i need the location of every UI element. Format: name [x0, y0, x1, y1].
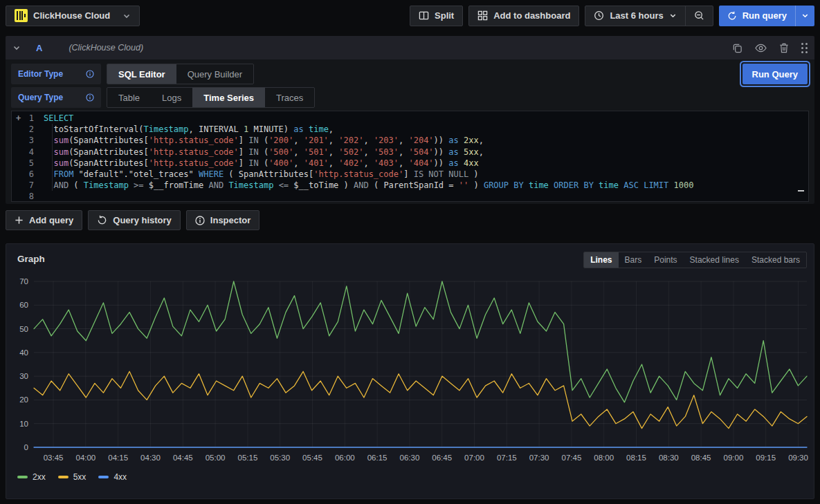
option-sql-editor[interactable]: SQL Editor — [107, 64, 176, 84]
x-tick-label: 08:15 — [626, 454, 646, 462]
chevron-down-icon — [801, 12, 809, 19]
editor-type-label: Editor Type — [18, 69, 63, 79]
code-line-3: 3 sum(SpanAttributes['http.status_code']… — [12, 135, 808, 146]
option-time-series[interactable]: Time Series — [192, 88, 265, 107]
zoom-out-time-button[interactable] — [685, 6, 713, 26]
x-tick-label: 03:45 — [44, 454, 64, 462]
x-tick-label: 07:30 — [529, 454, 549, 462]
time-range-picker[interactable]: Last 6 hours — [585, 6, 684, 26]
info-circle-icon[interactable] — [86, 93, 94, 102]
x-tick-label: 09:15 — [756, 454, 776, 462]
plus-icon — [15, 216, 24, 225]
query-type-label-box: Query Type — [11, 87, 101, 108]
delete-query-icon[interactable] — [779, 43, 789, 53]
legend-label: 2xx — [33, 472, 46, 482]
code-line-5: 5 sum(SpanAttributes['http.status_code']… — [12, 158, 808, 169]
code-line-8: 8 — [12, 191, 808, 202]
editor-cursor — [798, 190, 804, 192]
query-actions: Add query Query history Inspector — [6, 210, 259, 230]
x-tick-label: 05:30 — [270, 454, 290, 462]
datasource-picker[interactable]: ClickHouse Cloud — [6, 6, 140, 26]
option-table[interactable]: Table — [107, 88, 151, 107]
x-tick-label: 06:15 — [367, 454, 388, 462]
legend-item-5xx[interactable]: 5xx — [58, 472, 86, 482]
datasource-label: ClickHouse Cloud — [33, 10, 110, 21]
x-tick-label: 07:15 — [497, 454, 517, 462]
split-label: Split — [435, 10, 454, 21]
x-tick-label: 08:45 — [691, 454, 711, 462]
drag-handle-icon[interactable] — [801, 43, 808, 53]
graph-panel: Graph LinesBarsPointsStacked linesStacke… — [6, 243, 814, 499]
x-tick-label: 05:45 — [302, 454, 322, 462]
x-tick-label: 06:45 — [432, 454, 452, 462]
option-stacked-lines[interactable]: Stacked lines — [684, 252, 745, 268]
x-tick-label: 07:45 — [562, 454, 582, 462]
code-line-6: 6 FROM "default"."otel_traces" WHERE ( S… — [12, 169, 808, 180]
legend-item-4xx[interactable]: 4xx — [98, 472, 127, 482]
top-bar: ClickHouse Cloud Split Add to dashboard … — [0, 0, 820, 31]
x-tick-label: 04:30 — [140, 454, 161, 462]
x-tick-label: 09:30 — [788, 454, 808, 462]
x-tick-label: 06:00 — [335, 454, 355, 462]
code-line-1: 1+SELECT — [12, 113, 808, 124]
query-history-label: Query history — [113, 215, 172, 225]
y-tick-label: 30 — [19, 372, 28, 380]
query-history-button[interactable]: Query history — [88, 210, 181, 230]
inspector-label: Inspector — [210, 215, 251, 225]
sql-code-editor[interactable]: 1+SELECT2 toStartOfInterval(Timestamp, I… — [11, 111, 809, 202]
graph-panel-title: Graph — [17, 254, 45, 264]
zoom-out-icon — [694, 10, 704, 21]
option-query-builder[interactable]: Query Builder — [176, 64, 253, 84]
add-to-dashboard-label: Add to dashboard — [493, 10, 570, 21]
x-tick-label: 04:00 — [75, 454, 95, 462]
inspector-button[interactable]: Inspector — [186, 210, 260, 230]
query-editor-card: A (ClickHouse Cloud) Editor Type SQL Edi… — [6, 36, 814, 204]
hide-response-eye-icon[interactable] — [755, 44, 767, 53]
history-icon — [97, 215, 107, 225]
split-icon — [419, 10, 429, 21]
option-traces[interactable]: Traces — [265, 88, 314, 107]
run-query-dropdown[interactable] — [795, 6, 814, 26]
legend-swatch-5xx — [58, 476, 69, 478]
split-button[interactable]: Split — [410, 6, 463, 26]
code-line-7: 7 AND ( Timestamp >= $__fromTime AND Tim… — [12, 180, 808, 191]
add-query-button[interactable]: Add query — [6, 210, 82, 230]
x-tick-label: 05:00 — [206, 454, 226, 462]
duplicate-query-icon[interactable] — [732, 43, 742, 53]
code-line-4: 4 sum(SpanAttributes['http.status_code']… — [12, 147, 808, 158]
run-query-panel-button[interactable]: Run Query — [742, 64, 808, 84]
y-tick-label: 50 — [19, 325, 28, 333]
run-query-button[interactable]: Run query — [719, 6, 795, 26]
x-tick-label: 08:30 — [659, 454, 679, 462]
legend-item-2xx[interactable]: 2xx — [17, 472, 46, 482]
query-ref-id[interactable]: A — [36, 43, 42, 53]
info-circle-icon[interactable] — [86, 70, 94, 78]
refresh-icon — [727, 11, 737, 21]
add-query-label: Add query — [29, 215, 73, 225]
x-tick-label: 04:15 — [108, 454, 128, 462]
option-lines[interactable]: Lines — [584, 252, 618, 268]
chart-legend: 2xx5xx4xx — [17, 472, 127, 482]
query-datasource-hint: (ClickHouse Cloud) — [69, 43, 143, 53]
run-query-label: Run query — [742, 10, 787, 21]
option-stacked-bars[interactable]: Stacked bars — [745, 252, 806, 268]
y-tick-label: 40 — [19, 348, 28, 357]
query-type-toggle: TableLogsTime SeriesTraces — [107, 87, 315, 108]
editor-type-toggle: SQL EditorQuery Builder — [107, 64, 254, 84]
timeseries-chart[interactable]: 01020304050607003:4504:0004:1504:3004:45… — [10, 273, 811, 465]
x-tick-label: 09:00 — [724, 454, 744, 462]
clock-icon — [594, 10, 604, 21]
y-tick-label: 10 — [19, 420, 28, 428]
clickhouse-logo-icon — [15, 9, 28, 22]
info-circle-icon — [195, 216, 205, 225]
query-type-label: Query Type — [18, 93, 63, 102]
option-logs[interactable]: Logs — [151, 88, 192, 107]
y-tick-label: 60 — [19, 301, 28, 309]
add-to-dashboard-button[interactable]: Add to dashboard — [468, 6, 579, 26]
collapse-chevron-icon[interactable] — [12, 44, 21, 52]
option-points[interactable]: Points — [648, 252, 683, 268]
time-range-label: Last 6 hours — [610, 10, 663, 21]
y-tick-label: 70 — [19, 277, 28, 286]
option-bars[interactable]: Bars — [619, 252, 648, 268]
legend-label: 4xx — [113, 472, 127, 482]
